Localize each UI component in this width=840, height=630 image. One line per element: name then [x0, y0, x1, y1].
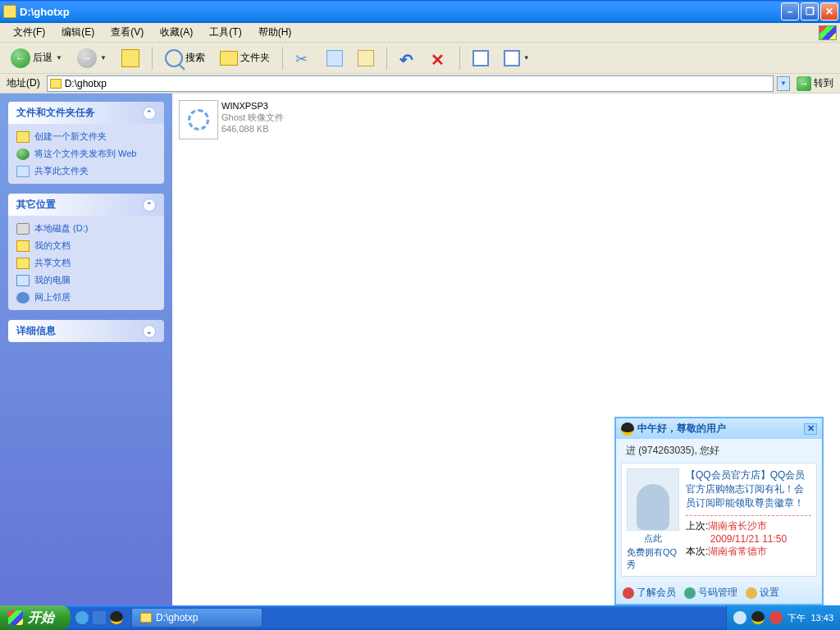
minimize-button[interactable]: –	[781, 2, 799, 21]
address-input[interactable]: D:\ghotxp	[47, 75, 774, 92]
up-button[interactable]	[116, 47, 145, 70]
sidebar-task-link[interactable]: 共享此文件夹	[16, 165, 156, 177]
sidebar-task-link[interactable]: 共享文档	[16, 257, 156, 269]
tray-qq-icon[interactable]	[751, 611, 765, 624]
dropdown-icon: ▼	[56, 54, 62, 62]
collapse-icon: ⌄	[143, 325, 156, 338]
qq-this-location: 湖南省常德市	[708, 546, 767, 557]
go-button[interactable]: → 转到	[793, 76, 837, 91]
taskbar-task-explorer[interactable]: D:\ghotxp	[131, 608, 262, 628]
cut-button[interactable]: ✂	[290, 48, 317, 69]
quick-launch	[71, 605, 128, 630]
qq-learn-link[interactable]: 了解会员	[623, 586, 676, 600]
tray-keyboard-icon[interactable]	[733, 611, 746, 624]
ico-drive	[16, 223, 30, 235]
paste-button[interactable]	[352, 48, 380, 69]
windows-flag-icon	[819, 25, 837, 40]
copy-icon	[326, 50, 343, 66]
dropdown-icon: ▼	[100, 54, 107, 62]
sidebar-task-link[interactable]: 我的文档	[16, 240, 156, 252]
file-name: WINXPSP3	[221, 100, 284, 112]
close-button[interactable]: ✕	[820, 2, 838, 21]
folders-label: 文件夹	[240, 51, 270, 65]
properties-button[interactable]	[467, 48, 495, 69]
menu-help[interactable]: 帮助(H)	[250, 24, 300, 41]
sidebar-task-link[interactable]: 网上邻居	[16, 291, 156, 304]
paste-icon	[358, 50, 374, 66]
qq-header-text: 中午好，尊敬的用户	[637, 422, 726, 436]
menu-favorites[interactable]: 收藏(A)	[152, 24, 201, 41]
qq-this-label: 本次:	[686, 546, 708, 557]
qq-popup-header: 中午好，尊敬的用户 ✕	[616, 418, 822, 439]
sidebar-task-link[interactable]: 将这个文件夹发布到 Web	[16, 148, 156, 160]
copy-button[interactable]	[321, 48, 349, 69]
delete-button[interactable]: ✕	[425, 48, 453, 69]
desktop-icon[interactable]	[93, 611, 106, 624]
address-dropdown[interactable]: ▼	[777, 76, 790, 91]
qq-settings-link[interactable]: 设置	[746, 586, 779, 600]
person-icon	[623, 587, 634, 599]
ie-icon[interactable]	[75, 611, 89, 624]
file-size: 646,088 KB	[221, 123, 284, 135]
qq-avatar-sub[interactable]: 免费拥有QQ秀	[627, 546, 679, 571]
sidebar-panel-header[interactable]: 文件和文件夹任务⌃	[8, 102, 164, 124]
tray-clock: 13:43	[810, 613, 833, 623]
system-tray: 下午 13:43	[726, 605, 840, 630]
delete-icon: ✕	[431, 50, 447, 66]
ico-share	[16, 166, 30, 177]
file-item[interactable]: WINXPSP3Ghost 映像文件646,088 KB	[177, 98, 366, 141]
qq-avatar-button[interactable]: 点此	[644, 532, 662, 545]
sidebar-item-label: 我的电脑	[34, 274, 71, 286]
sidebar-item-label: 创建一个新文件夹	[34, 130, 107, 143]
sidebar-panel: 详细信息⌄	[8, 320, 164, 342]
qq-number-link[interactable]: 号码管理	[684, 586, 737, 600]
tray-shield-icon[interactable]	[769, 611, 783, 624]
menu-tools[interactable]: 工具(T)	[201, 24, 249, 41]
back-button[interactable]: ← 后退 ▼	[5, 46, 68, 71]
ico-web	[16, 148, 30, 160]
maximize-button[interactable]: ❐	[801, 2, 819, 21]
qq-close-button[interactable]: ✕	[804, 423, 817, 435]
qq-icon[interactable]	[110, 611, 123, 624]
menu-file[interactable]: 文件(F)	[5, 24, 53, 41]
undo-button[interactable]: ↶	[394, 48, 422, 69]
address-path: D:\ghotxp	[65, 78, 107, 89]
separator	[152, 47, 153, 70]
sidebar-task-link[interactable]: 创建一个新文件夹	[16, 130, 156, 143]
forward-button[interactable]: → ▼	[71, 46, 112, 71]
back-label: 后退	[33, 51, 52, 65]
views-button[interactable]: ▼	[498, 48, 536, 69]
window-title: D:\ghotxp	[20, 6, 781, 18]
ico-net	[16, 292, 30, 304]
ghost-file-icon	[179, 100, 218, 139]
sidebar-task-link[interactable]: 我的电脑	[16, 274, 156, 286]
qq-notification-popup: 中午好，尊敬的用户 ✕ 进 (974263035), 您好 点此 免费拥有QQ秀…	[614, 417, 824, 605]
sidebar-panel-header[interactable]: 其它位置⌃	[8, 194, 164, 216]
tasks-sidebar: 文件和文件夹任务⌃创建一个新文件夹将这个文件夹发布到 Web共享此文件夹其它位置…	[0, 94, 172, 605]
menu-edit[interactable]: 编辑(E)	[53, 24, 103, 41]
toolbar: ← 后退 ▼ → ▼ 搜索 文件夹 ✂ ↶ ✕ ▼	[0, 43, 840, 74]
qq-avatar[interactable]	[627, 468, 679, 531]
sidebar-panel-header[interactable]: 详细信息⌄	[8, 320, 164, 342]
undo-icon: ↶	[399, 50, 416, 66]
menu-view[interactable]: 查看(V)	[103, 24, 152, 41]
sidebar-item-label: 本地磁盘 (D:)	[34, 222, 88, 235]
sidebar-task-link[interactable]: 本地磁盘 (D:)	[16, 222, 156, 235]
qq-last-label: 上次:	[686, 520, 708, 532]
sidebar-panel-title: 详细信息	[16, 324, 56, 338]
back-icon: ←	[11, 48, 30, 68]
forward-icon: →	[77, 48, 97, 68]
search-button[interactable]: 搜索	[159, 47, 211, 70]
sidebar-item-label: 将这个文件夹发布到 Web	[34, 148, 136, 160]
qq-userid: (974263035)	[638, 445, 694, 456]
cut-icon: ✂	[295, 50, 312, 66]
start-button[interactable]: 开始	[0, 605, 71, 630]
qq-greeting: 进 (974263035), 您好	[616, 439, 822, 463]
up-folder-icon	[121, 49, 139, 67]
search-label: 搜索	[185, 51, 205, 65]
qq-ad-link[interactable]: 【QQ会员官方店】QQ会员官方店购物志订阅有礼！会员订阅即能领取尊贵徽章！	[686, 469, 805, 509]
ico-folder	[16, 131, 30, 143]
sidebar-item-label: 我的文档	[34, 240, 71, 252]
ico-folder	[16, 258, 30, 269]
folders-button[interactable]: 文件夹	[214, 48, 276, 68]
